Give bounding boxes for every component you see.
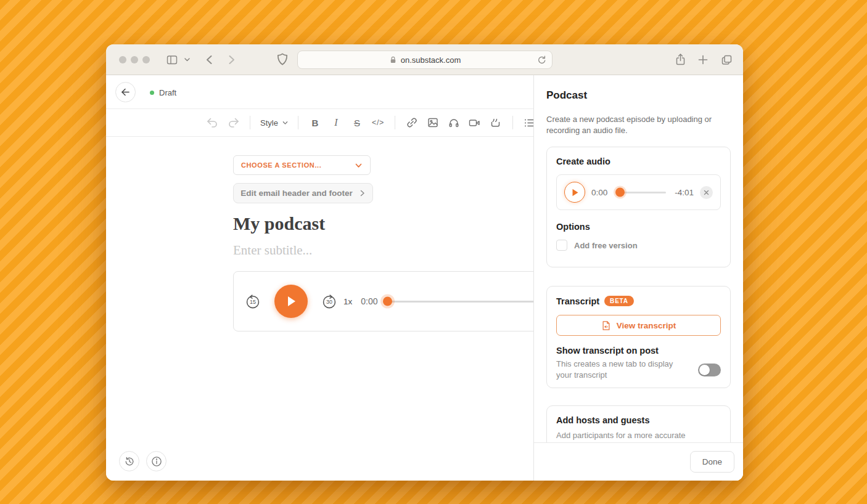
back-nav-icon[interactable] [203, 54, 216, 66]
window-minimize-button[interactable] [131, 56, 138, 63]
window-close-button[interactable] [119, 56, 126, 63]
sidebar-icon[interactable] [166, 54, 178, 66]
transcript-card: Transcript BETA View transcript Show tra… [546, 286, 731, 388]
window-zoom-button[interactable] [142, 56, 150, 63]
panel-title: Podcast [546, 89, 587, 102]
post-subtitle-placeholder[interactable]: Enter subtitle... [233, 243, 312, 258]
play-icon [571, 188, 579, 197]
panel-current-time: 0:00 [591, 188, 607, 197]
panel-audio-player: 0:00 -4:01 [556, 174, 721, 210]
post-editor: Draft Style [106, 75, 533, 481]
show-transcript-description: This creates a new tab to display your t… [556, 359, 687, 381]
privacy-shield-icon[interactable] [276, 52, 288, 65]
done-button[interactable]: Done [690, 451, 734, 473]
editor-audio-player: 15 30 1x 0:00 [233, 271, 533, 331]
hosts-description: Add participants for a more accurate [556, 431, 721, 440]
post-title[interactable]: My podcast [233, 213, 325, 234]
video-icon[interactable] [468, 116, 482, 129]
section-select[interactable]: CHOOSE A SECTION... [233, 155, 371, 175]
strikethrough-icon[interactable]: S [350, 116, 364, 129]
panel-play-button[interactable] [564, 182, 585, 203]
page-content: Draft Style [106, 75, 743, 481]
style-dropdown[interactable]: Style [260, 118, 288, 128]
edit-email-header-button[interactable]: Edit email header and footer [233, 183, 373, 203]
toolbar-divider [298, 116, 298, 129]
create-audio-card: Create audio 0:00 -4:01 [546, 147, 731, 267]
toolbar-divider [250, 116, 250, 129]
forward-nav-icon[interactable] [225, 54, 237, 66]
chevron-right-icon [359, 190, 366, 197]
audio-icon[interactable] [447, 116, 461, 129]
add-free-version-label: Add free version [574, 241, 638, 250]
browser-window: on.substack.com [106, 44, 743, 481]
lock-icon [389, 55, 397, 64]
tab-overview-icon[interactable] [720, 54, 733, 66]
undo-icon[interactable] [205, 116, 219, 129]
panel-seek-slider[interactable] [616, 192, 666, 193]
toolbar-divider [395, 116, 395, 129]
chevron-down-icon [282, 120, 288, 126]
link-icon[interactable] [405, 116, 419, 129]
new-tab-icon[interactable] [697, 54, 709, 66]
share-icon[interactable] [674, 52, 686, 65]
hosts-heading: Add hosts and guests [556, 415, 721, 425]
play-icon [285, 295, 297, 308]
panel-remaining-time: -4:01 [675, 188, 694, 197]
editor-back-button[interactable] [115, 82, 136, 102]
transcript-doc-icon [601, 320, 611, 331]
view-transcript-button[interactable]: View transcript [556, 315, 721, 336]
reload-icon[interactable] [536, 54, 547, 65]
add-free-version-row: Add free version [556, 240, 721, 251]
address-bar[interactable]: on.substack.com [297, 51, 553, 69]
play-button[interactable] [274, 285, 308, 318]
toggle-knob [699, 365, 710, 375]
show-transcript-row: This creates a new tab to display your t… [556, 359, 721, 381]
transcript-heading: Transcript [556, 296, 599, 306]
skip-forward-30-icon[interactable]: 30 [321, 293, 337, 309]
bold-icon[interactable]: B [308, 116, 322, 129]
redo-icon[interactable] [226, 116, 240, 129]
view-transcript-label: View transcript [617, 321, 676, 330]
panel-footer: Done [534, 442, 743, 481]
bullet-list-icon[interactable] [523, 116, 533, 129]
seek-slider[interactable] [384, 301, 533, 303]
remove-audio-button[interactable] [700, 186, 713, 199]
show-transcript-heading: Show transcript on post [556, 346, 721, 356]
browser-chrome: on.substack.com [106, 44, 743, 75]
info-button[interactable] [146, 451, 166, 471]
draft-status-label: Draft [159, 88, 176, 97]
edit-email-header-label: Edit email header and footer [240, 189, 353, 198]
svg-text:30: 30 [326, 299, 332, 305]
section-select-label: CHOOSE A SECTION... [241, 161, 321, 169]
url-text: on.substack.com [401, 55, 461, 65]
create-audio-heading: Create audio [556, 156, 721, 166]
options-heading: Options [556, 222, 721, 232]
italic-icon[interactable]: I [329, 116, 343, 129]
add-free-version-checkbox[interactable] [556, 240, 567, 251]
panel-seek-knob[interactable] [615, 188, 625, 197]
seek-slider-knob[interactable] [383, 297, 392, 306]
playback-speed[interactable]: 1x [343, 297, 352, 306]
podcast-panel: Podcast Create a new podcast episode by … [533, 75, 743, 481]
style-dropdown-label: Style [260, 118, 278, 128]
image-icon[interactable] [426, 116, 440, 129]
chevron-down-icon [355, 161, 363, 169]
toolbar-divider [512, 116, 513, 129]
code-icon[interactable]: </> [371, 116, 385, 129]
version-history-button[interactable] [119, 451, 139, 471]
info-icon [151, 456, 162, 467]
formatting-toolbar: Style B I S </> [106, 109, 533, 137]
quote-icon[interactable] [489, 116, 503, 129]
editor-header: Draft [106, 75, 533, 109]
skip-back-15-icon[interactable]: 15 [245, 293, 261, 309]
close-icon [704, 190, 709, 195]
svg-text:15: 15 [250, 299, 256, 305]
draft-status-dot [150, 91, 154, 95]
sidebar-chevron-down-icon[interactable] [184, 56, 196, 68]
show-transcript-toggle[interactable] [698, 364, 721, 376]
current-time: 0:00 [361, 296, 377, 306]
panel-description: Create a new podcast episode by uploadin… [546, 114, 713, 137]
history-icon [124, 456, 135, 467]
draft-status: Draft [150, 88, 176, 97]
beta-badge: BETA [604, 296, 634, 306]
